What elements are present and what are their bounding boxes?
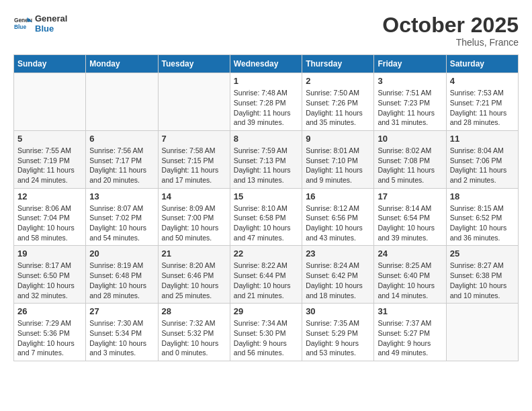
day-number: 7 — [162, 134, 226, 144]
day-info: Sunrise: 8:27 AM Sunset: 6:38 PM Dayligh… — [450, 261, 515, 300]
day-number: 10 — [378, 134, 442, 144]
day-info: Sunrise: 8:17 AM Sunset: 6:50 PM Dayligh… — [17, 261, 82, 300]
day-info: Sunrise: 7:58 AM Sunset: 7:15 PM Dayligh… — [162, 146, 226, 185]
day-number: 17 — [378, 191, 442, 201]
calendar-cell: 26Sunrise: 7:29 AM Sunset: 5:36 PM Dayli… — [14, 304, 86, 361]
day-number: 2 — [306, 76, 370, 86]
calendar-cell: 28Sunrise: 7:32 AM Sunset: 5:32 PM Dayli… — [158, 304, 230, 361]
day-info: Sunrise: 8:01 AM Sunset: 7:10 PM Dayligh… — [306, 146, 370, 185]
day-number: 6 — [89, 134, 154, 144]
weekday-wednesday: Wednesday — [230, 55, 302, 73]
day-info: Sunrise: 7:53 AM Sunset: 7:21 PM Dayligh… — [450, 88, 515, 128]
day-number: 13 — [89, 191, 154, 201]
day-info: Sunrise: 7:51 AM Sunset: 7:23 PM Dayligh… — [378, 88, 442, 128]
logo-blue-text: Blue — [35, 24, 67, 34]
day-number: 22 — [234, 248, 298, 259]
weekday-header-row: SundayMondayTuesdayWednesdayThursdayFrid… — [14, 55, 519, 73]
calendar-cell: 10Sunrise: 8:02 AM Sunset: 7:08 PM Dayli… — [374, 130, 446, 188]
location-subtitle: Thelus, France — [382, 37, 519, 48]
day-info: Sunrise: 8:14 AM Sunset: 6:54 PM Dayligh… — [378, 203, 442, 243]
day-info: Sunrise: 8:09 AM Sunset: 7:00 PM Dayligh… — [162, 203, 226, 243]
calendar-week-3: 12Sunrise: 8:06 AM Sunset: 7:04 PM Dayli… — [14, 188, 519, 246]
calendar-week-1: 1Sunrise: 7:48 AM Sunset: 7:28 PM Daylig… — [14, 73, 519, 131]
calendar-cell: 30Sunrise: 7:35 AM Sunset: 5:29 PM Dayli… — [302, 304, 374, 361]
day-number: 19 — [17, 248, 82, 259]
calendar-cell: 18Sunrise: 8:15 AM Sunset: 6:52 PM Dayli… — [446, 188, 518, 246]
day-number: 30 — [306, 306, 370, 316]
day-info: Sunrise: 7:32 AM Sunset: 5:32 PM Dayligh… — [162, 318, 226, 358]
calendar-cell: 21Sunrise: 8:20 AM Sunset: 6:46 PM Dayli… — [158, 246, 230, 304]
day-info: Sunrise: 7:56 AM Sunset: 7:17 PM Dayligh… — [89, 146, 154, 185]
day-number: 1 — [234, 76, 298, 86]
day-number: 25 — [450, 248, 515, 259]
calendar-cell: 23Sunrise: 8:24 AM Sunset: 6:42 PM Dayli… — [302, 246, 374, 304]
logo-general-text: General — [35, 13, 67, 24]
day-info: Sunrise: 7:37 AM Sunset: 5:27 PM Dayligh… — [378, 318, 442, 358]
day-info: Sunrise: 8:04 AM Sunset: 7:06 PM Dayligh… — [450, 146, 515, 185]
title-block: October 2025 Thelus, France — [382, 13, 519, 48]
calendar-cell: 3Sunrise: 7:51 AM Sunset: 7:23 PM Daylig… — [374, 73, 446, 131]
calendar-cell: 15Sunrise: 8:10 AM Sunset: 6:58 PM Dayli… — [230, 188, 302, 246]
day-number: 23 — [306, 248, 370, 259]
calendar-cell: 16Sunrise: 8:12 AM Sunset: 6:56 PM Dayli… — [302, 188, 374, 246]
calendar-cell: 29Sunrise: 7:34 AM Sunset: 5:30 PM Dayli… — [230, 304, 302, 361]
day-number: 5 — [17, 134, 82, 144]
month-title: October 2025 — [382, 13, 519, 37]
day-info: Sunrise: 7:35 AM Sunset: 5:29 PM Dayligh… — [306, 318, 370, 358]
day-info: Sunrise: 8:19 AM Sunset: 6:48 PM Dayligh… — [89, 261, 154, 300]
day-info: Sunrise: 8:24 AM Sunset: 6:42 PM Dayligh… — [306, 261, 370, 300]
calendar-cell: 5Sunrise: 7:55 AM Sunset: 7:19 PM Daylig… — [14, 130, 86, 188]
calendar-week-5: 26Sunrise: 7:29 AM Sunset: 5:36 PM Dayli… — [14, 304, 519, 361]
page-header: General Blue General Blue October 2025 T… — [13, 13, 519, 48]
day-info: Sunrise: 8:20 AM Sunset: 6:46 PM Dayligh… — [162, 261, 226, 300]
day-info: Sunrise: 8:02 AM Sunset: 7:08 PM Dayligh… — [378, 146, 442, 185]
day-info: Sunrise: 8:07 AM Sunset: 7:02 PM Dayligh… — [89, 203, 154, 243]
calendar-cell: 17Sunrise: 8:14 AM Sunset: 6:54 PM Dayli… — [374, 188, 446, 246]
calendar-cell — [158, 73, 230, 131]
weekday-friday: Friday — [374, 55, 446, 73]
day-info: Sunrise: 7:48 AM Sunset: 7:28 PM Dayligh… — [234, 88, 298, 128]
calendar-body: 1Sunrise: 7:48 AM Sunset: 7:28 PM Daylig… — [14, 73, 519, 361]
calendar-cell: 12Sunrise: 8:06 AM Sunset: 7:04 PM Dayli… — [14, 188, 86, 246]
day-number: 18 — [450, 191, 515, 201]
weekday-monday: Monday — [86, 55, 158, 73]
calendar-cell: 11Sunrise: 8:04 AM Sunset: 7:06 PM Dayli… — [446, 130, 518, 188]
calendar-cell: 2Sunrise: 7:50 AM Sunset: 7:26 PM Daylig… — [302, 73, 374, 131]
calendar-cell — [14, 73, 86, 131]
day-info: Sunrise: 8:12 AM Sunset: 6:56 PM Dayligh… — [306, 203, 370, 243]
day-number: 21 — [162, 248, 226, 259]
day-number: 31 — [378, 306, 442, 316]
day-number: 14 — [162, 191, 226, 201]
day-number: 29 — [234, 306, 298, 316]
day-number: 9 — [306, 134, 370, 144]
weekday-sunday: Sunday — [14, 55, 86, 73]
day-number: 15 — [234, 191, 298, 201]
svg-text:Blue: Blue — [14, 24, 26, 30]
calendar-cell: 13Sunrise: 8:07 AM Sunset: 7:02 PM Dayli… — [86, 188, 158, 246]
day-info: Sunrise: 7:29 AM Sunset: 5:36 PM Dayligh… — [17, 318, 82, 358]
day-info: Sunrise: 7:34 AM Sunset: 5:30 PM Dayligh… — [234, 318, 298, 358]
calendar-cell: 20Sunrise: 8:19 AM Sunset: 6:48 PM Dayli… — [86, 246, 158, 304]
calendar-cell — [446, 304, 518, 361]
calendar-cell: 8Sunrise: 7:59 AM Sunset: 7:13 PM Daylig… — [230, 130, 302, 188]
calendar-week-4: 19Sunrise: 8:17 AM Sunset: 6:50 PM Dayli… — [14, 246, 519, 304]
weekday-saturday: Saturday — [446, 55, 518, 73]
day-info: Sunrise: 7:55 AM Sunset: 7:19 PM Dayligh… — [17, 146, 82, 185]
logo-icon: General Blue — [13, 14, 32, 33]
day-info: Sunrise: 7:59 AM Sunset: 7:13 PM Dayligh… — [234, 146, 298, 185]
day-info: Sunrise: 8:06 AM Sunset: 7:04 PM Dayligh… — [17, 203, 82, 243]
calendar-cell: 1Sunrise: 7:48 AM Sunset: 7:28 PM Daylig… — [230, 73, 302, 131]
day-number: 11 — [450, 134, 515, 144]
calendar-cell: 9Sunrise: 8:01 AM Sunset: 7:10 PM Daylig… — [302, 130, 374, 188]
weekday-tuesday: Tuesday — [158, 55, 230, 73]
day-number: 20 — [89, 248, 154, 259]
calendar-cell: 25Sunrise: 8:27 AM Sunset: 6:38 PM Dayli… — [446, 246, 518, 304]
day-number: 26 — [17, 306, 82, 316]
day-info: Sunrise: 8:22 AM Sunset: 6:44 PM Dayligh… — [234, 261, 298, 300]
day-number: 8 — [234, 134, 298, 144]
calendar-table: SundayMondayTuesdayWednesdayThursdayFrid… — [13, 54, 519, 361]
calendar-cell: 31Sunrise: 7:37 AM Sunset: 5:27 PM Dayli… — [374, 304, 446, 361]
weekday-thursday: Thursday — [302, 55, 374, 73]
day-number: 16 — [306, 191, 370, 201]
day-info: Sunrise: 8:25 AM Sunset: 6:40 PM Dayligh… — [378, 261, 442, 300]
